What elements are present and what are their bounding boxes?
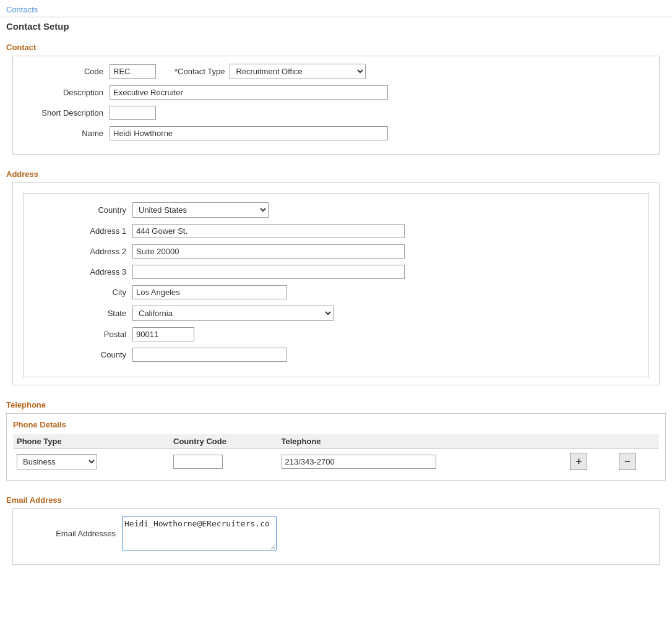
phone-details-box: Phone Details Phone Type Country Code Te… [6,413,666,481]
email-section-title: Email Address [6,490,666,508]
short-description-row: Short Description [23,106,649,120]
telephone-section-title: Telephone [6,395,666,413]
add-phone-button[interactable]: + [570,453,587,470]
short-description-label: Short Description [23,108,110,118]
address-section-title: Address [6,165,666,182]
address3-input[interactable] [132,265,405,279]
phone-type-select[interactable]: Business Home Mobile Fax [17,454,97,469]
description-label: Description [23,88,110,97]
col-country-code: Country Code [170,434,278,449]
address2-input[interactable] [132,244,405,259]
page-title: Contact Setup [0,17,672,38]
contact-type-select[interactable]: Recruitment Office HR Contact Billing Co… [230,64,366,79]
county-input[interactable] [132,348,287,362]
remove-phone-button[interactable]: − [619,453,636,470]
code-row: Code *Contact Type Recruitment Office HR… [23,64,649,79]
country-label: Country [33,205,132,215]
address1-input[interactable] [132,224,405,238]
email-section: Email Addresses Heidi_Howthorne@ERecruit… [12,508,660,565]
name-label: Name [23,129,110,138]
city-input[interactable] [132,285,287,299]
name-input[interactable] [110,126,388,140]
contact-section-title: Contact [6,38,666,56]
state-select[interactable]: California New York Texas Florida [132,306,334,321]
country-select[interactable]: United States Canada United Kingdom [132,202,269,218]
contact-type-label: *Contact Type [174,67,225,76]
description-input[interactable] [110,85,388,100]
country-row: Country United States Canada United King… [33,202,639,218]
address1-row: Address 1 [33,224,639,238]
phone-table-header: Phone Type Country Code Telephone [13,434,659,449]
telephone-input[interactable] [282,455,436,469]
postal-input[interactable] [132,327,194,341]
description-row: Description [23,85,649,100]
telephone-section: Telephone Phone Details Phone Type Count… [6,395,666,481]
email-textarea[interactable]: Heidi_Howthorne@ERecruiters.co [122,516,277,550]
state-label: State [33,309,132,318]
address1-label: Address 1 [33,226,132,236]
address3-row: Address 3 [33,265,639,279]
email-label: Email Addresses [23,529,122,538]
city-label: City [33,288,132,297]
county-label: County [33,350,132,359]
phone-details-title: Phone Details [13,420,659,429]
email-row: Email Addresses Heidi_Howthorne@ERecruit… [23,516,649,550]
table-row: Business Home Mobile Fax [13,449,659,474]
postal-row: Postal [33,327,639,341]
address-box: Country United States Canada United King… [23,193,649,377]
code-input[interactable] [110,64,156,79]
phone-table: Phone Type Country Code Telephone Busine… [13,434,659,474]
col-phone-type: Phone Type [13,434,170,449]
county-row: County [33,348,639,362]
contact-section: Code *Contact Type Recruitment Office HR… [12,56,660,155]
breadcrumb[interactable]: Contacts [0,0,672,17]
country-code-input[interactable] [173,455,223,469]
col-telephone: Telephone [278,434,567,449]
postal-label: Postal [33,330,132,339]
address2-label: Address 2 [33,247,132,256]
address-section: Country United States Canada United King… [12,182,660,385]
name-row: Name [23,126,649,140]
code-label: Code [23,67,110,76]
state-row: State California New York Texas Florida [33,306,639,321]
address3-label: Address 3 [33,267,132,276]
address2-row: Address 2 [33,244,639,259]
city-row: City [33,285,639,299]
breadcrumb-text: Contacts [6,5,38,14]
short-description-input[interactable] [110,106,156,120]
